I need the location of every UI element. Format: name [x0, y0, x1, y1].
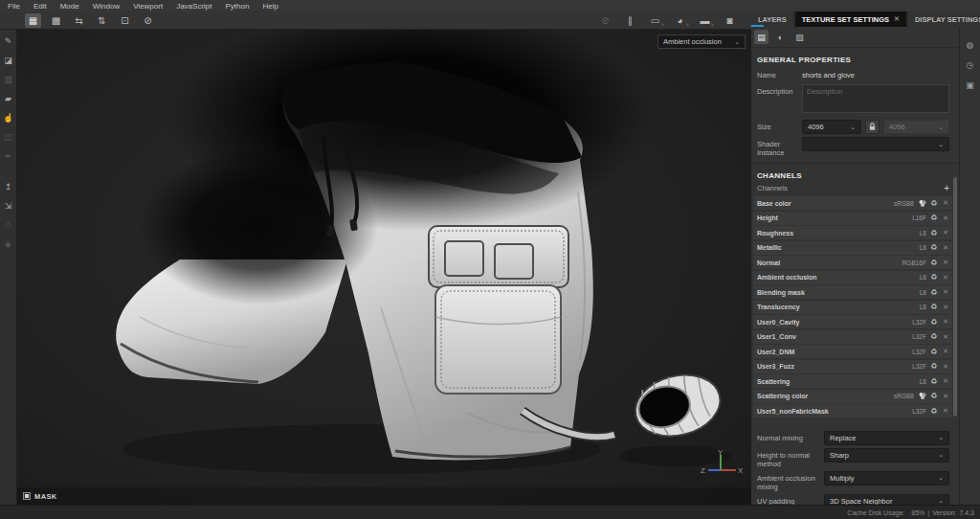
delete-channel-icon[interactable]: ✕	[943, 363, 948, 371]
sphere-material-subtab[interactable]: ◐	[773, 30, 788, 44]
symmetry-icon[interactable]: ⇅	[94, 13, 110, 28]
model-render-shorts-and-glove	[17, 30, 751, 505]
color-wheel-icon	[918, 199, 927, 208]
focus-frame-icon[interactable]: ⊡	[117, 13, 133, 28]
viewport-channel-dropdown[interactable]: Ambient occlusion ⌄	[657, 34, 746, 49]
panel-scrollbar[interactable]	[953, 177, 957, 417]
camera-mode-icon[interactable]: ▬ ˅	[697, 13, 713, 28]
send-to-button[interactable]: ⇲	[2, 199, 15, 213]
menu-item[interactable]: File	[8, 2, 20, 11]
close-tab-icon[interactable]: ✕	[894, 15, 900, 23]
menu-item[interactable]: Viewport	[133, 2, 163, 11]
name-label: Name	[757, 68, 802, 79]
description-input[interactable]	[802, 84, 949, 113]
export-textures-button[interactable]: ↥	[2, 180, 15, 193]
delete-channel-icon[interactable]: ✕	[943, 377, 948, 385]
smudge-tool[interactable]: ☝	[2, 111, 15, 124]
resources-updates-button[interactable]: ◇	[2, 218, 15, 232]
recompute-channel-icon[interactable]: ♻	[930, 377, 937, 386]
shader-instance-dropdown[interactable]: ⌄	[802, 137, 949, 151]
recompute-channel-icon[interactable]: ♻	[930, 362, 937, 371]
delete-channel-icon[interactable]: ✕	[943, 407, 948, 415]
mask-checkbox-icon[interactable]	[23, 492, 31, 500]
chevron-down-icon: ⌄	[850, 125, 856, 129]
shelf-panel-icon[interactable]: ▣	[964, 79, 976, 91]
environment-sphere-icon[interactable]: ◍	[964, 38, 976, 51]
mixing-dropdown[interactable]: 3D Space Neighbor ⌄	[824, 494, 949, 506]
channel-row: Metallic L8 ♻ ✕	[753, 241, 952, 255]
grid-lasso-icon[interactable]: ▩	[48, 13, 64, 28]
delete-channel-icon[interactable]: ✕	[943, 244, 948, 252]
mixing-dropdown[interactable]: Replace ⌄	[824, 431, 949, 445]
grid-view-icon[interactable]: ▦	[25, 13, 41, 28]
paint-tool[interactable]: ✎	[2, 34, 15, 48]
delete-channel-icon[interactable]: ✕	[943, 259, 948, 266]
recompute-channel-icon[interactable]: ♻	[930, 407, 937, 416]
recompute-channel-icon[interactable]: ♻	[930, 303, 937, 311]
delete-channel-icon[interactable]: ✕	[943, 214, 948, 222]
menu-item[interactable]: JavaScript	[176, 2, 212, 11]
3d-viewport[interactable]: Ambient occlusion ⌄ X Y Z MASK	[17, 30, 751, 505]
mirror-horizontal-icon[interactable]: ⇆	[71, 13, 87, 28]
viewport-toolbar: ▦▩⇆⇅⊡⊘ ⊘ ˅ ∥ ˅ ▭ ˅ ◕ ˅ ▬ ˅ ◙ ˅	[0, 11, 751, 30]
recompute-channel-icon[interactable]: ♻	[930, 392, 937, 400]
recompute-channel-icon[interactable]: ♻	[930, 259, 937, 267]
chevron-down-icon: ⌄	[938, 476, 944, 480]
recompute-channel-icon[interactable]: ♻	[930, 318, 937, 327]
size-dropdown[interactable]: 4096 ⌄	[802, 120, 861, 134]
recompute-channel-icon[interactable]: ♻	[930, 243, 937, 252]
divider	[751, 163, 959, 164]
delete-channel-icon[interactable]: ✕	[943, 393, 948, 400]
channel-row: Ambient occlusion L8 ♻ ✕	[753, 271, 952, 284]
recompute-channel-icon[interactable]: ♻	[930, 348, 937, 356]
display-settings-button[interactable]: ◈	[2, 237, 15, 251]
menu-bar: FileEditModeWindowViewportJavaScriptPyth…	[0, 0, 980, 11]
eraser-tool[interactable]: ◪	[2, 54, 15, 67]
delete-channel-icon[interactable]: ✕	[943, 229, 948, 237]
channel-row: User2_DNM L32F ♻ ✕	[753, 345, 952, 358]
screenshot-icon[interactable]: ◙ ˅	[722, 13, 738, 28]
channel-list: Base color sRGB8 ♻ ✕ Height L16F ♻ ✕ Rou…	[751, 196, 959, 417]
delete-channel-icon[interactable]: ✕	[943, 288, 948, 296]
no-symmetry-icon[interactable]: ⊘	[140, 13, 156, 28]
polygon-fill-tool[interactable]: ▰	[2, 92, 15, 105]
tab-display-settings[interactable]: DISPLAY SETTINGS	[908, 11, 980, 27]
mixing-dropdown[interactable]: Sharp ⌄	[824, 448, 949, 463]
delete-channel-icon[interactable]: ✕	[943, 333, 948, 341]
history-icon[interactable]: ◷	[964, 58, 976, 71]
delete-channel-icon[interactable]: ✕	[943, 318, 948, 326]
recompute-channel-icon[interactable]: ♻	[930, 214, 937, 222]
recompute-channel-icon[interactable]: ♻	[930, 332, 937, 341]
tab-texture-set-settings[interactable]: TEXTURE SET SETTINGS ✕	[795, 11, 906, 27]
recompute-channel-icon[interactable]: ♻	[930, 229, 937, 237]
right-dock-rail: ◍◷▣	[959, 11, 980, 505]
mixing-dropdown[interactable]: Multiply ⌄	[824, 471, 949, 485]
menu-item[interactable]: Mode	[60, 2, 79, 11]
menu-item[interactable]: Python	[226, 2, 250, 11]
menu-item[interactable]: Help	[262, 2, 278, 11]
recompute-channel-icon[interactable]: ♻	[930, 273, 937, 282]
add-channel-button[interactable]: +	[944, 185, 949, 192]
texture-set-settings-subtab[interactable]: ▤	[754, 30, 768, 44]
delete-channel-icon[interactable]: ✕	[943, 274, 948, 282]
menu-item[interactable]: Edit	[33, 2, 47, 11]
projection-tool[interactable]: ▧	[2, 73, 15, 86]
mask-label: MASK	[34, 492, 57, 501]
clone-tool[interactable]: ◫	[2, 130, 15, 144]
recompute-channel-icon[interactable]: ♻	[930, 288, 937, 297]
gizmo-mode-icon[interactable]: ◕ ˅	[672, 13, 688, 28]
uv-checker-subtab[interactable]: ▨	[792, 30, 807, 44]
shader-warning-icon[interactable]: ⊘ ˅	[597, 13, 613, 28]
delete-channel-icon[interactable]: ✕	[943, 348, 948, 355]
material-picker-tool[interactable]: ✒	[2, 149, 15, 163]
version-label: Version:	[932, 509, 956, 516]
channel-row: Roughness L8 ♻ ✕	[753, 226, 952, 239]
delete-channel-icon[interactable]: ✕	[943, 199, 948, 207]
pause-engine-icon[interactable]: ∥ ˅	[622, 13, 638, 28]
size-lock-button[interactable]	[865, 120, 880, 134]
tool-sidebar: ✎◪▧▰☝◫✒↥⇲◇◈	[0, 30, 17, 505]
menu-item[interactable]: Window	[93, 2, 120, 11]
display-mode-icon[interactable]: ▭ ˅	[647, 13, 663, 28]
delete-channel-icon[interactable]: ✕	[943, 304, 948, 311]
recompute-channel-icon[interactable]: ♻	[930, 199, 937, 208]
